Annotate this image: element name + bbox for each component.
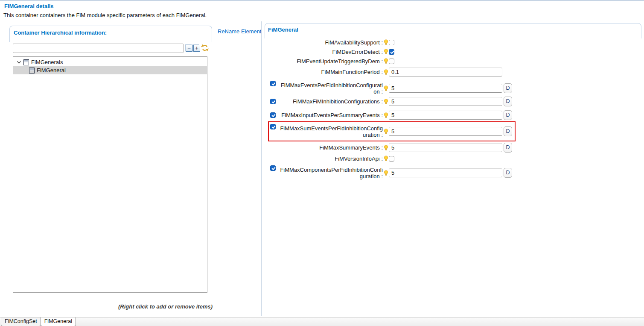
value-input[interactable] [389, 168, 502, 177]
param-row-fimavailabilitysupport: FiMAvailabilitySupport : [270, 38, 513, 46]
rename-element-link[interactable]: ReName Element [218, 28, 262, 35]
param-row-fimmaxinputeventspersummaryevents: FiMMaxInputEventsPerSummaryEvents : D [270, 110, 513, 120]
lightbulb-icon [383, 99, 388, 105]
bottom-tab-bar: FiMConfigSet FiMGeneral [0, 317, 644, 326]
value-input[interactable] [389, 111, 502, 120]
param-row-fimmaxsumeventsperfidinhibitionconfiguration-highlighted: FiMMaxSumEventsPerFidInhibitionConfigura… [270, 123, 513, 139]
enable-checkbox[interactable] [270, 112, 276, 118]
value-checkbox[interactable] [389, 59, 394, 64]
param-label: FiMAvailabilitySupport : [278, 39, 383, 46]
page-title: FiMGeneral details [4, 3, 54, 9]
value-input[interactable] [389, 143, 502, 152]
param-label: FiMMainFunctionPeriod : [278, 69, 383, 75]
tab-fimgeneral[interactable]: FiMGeneral [41, 317, 76, 326]
param-label: FiMMaxSumEventsPerFidInhibitionConfigura… [278, 125, 383, 138]
chevron-down-icon[interactable] [17, 61, 21, 64]
tab-fimconfigset[interactable]: FiMConfigSet [1, 317, 41, 326]
container-icon [29, 68, 35, 73]
tree-hint: (Right click to add or remove items) [118, 303, 213, 310]
refresh-icon-glyph [201, 44, 209, 52]
enable-checkbox[interactable] [270, 81, 276, 86]
fim-general-details-view: FiMGeneral details This container contai… [0, 0, 644, 326]
left-panel-title: Container Hierarchical information: [14, 29, 107, 36]
param-label: FiMMaxFiMInhibitionConfigurations : [278, 98, 383, 105]
param-label: FiMMaxSummaryEvents : [278, 144, 383, 151]
param-row-fimmaxeventsperfidinhibitionconfiguration: FiMMaxEventsPerFidInhibitionConfiguratio… [270, 80, 513, 96]
default-button[interactable]: D [504, 97, 512, 106]
lightbulb-icon [383, 39, 388, 45]
param-row-fimmainfunctionperiod: FiMMainFunctionPeriod : [270, 67, 513, 77]
right-panel-frame [265, 23, 641, 38]
page-description: This container containers the FiM module… [3, 12, 207, 18]
value-checkbox[interactable] [389, 156, 394, 162]
enable-checkbox[interactable] [270, 165, 276, 171]
param-row-fimdeverrordetect: FiMDevErrorDetect : [270, 48, 513, 56]
lightbulb-icon [383, 145, 388, 151]
right-panel-title: FiMGeneral [268, 26, 298, 33]
enable-checkbox[interactable] [270, 124, 276, 129]
value-input[interactable] [389, 97, 502, 106]
container-tree: FiMGenerals FiMGeneral [13, 56, 207, 293]
default-button[interactable]: D [504, 110, 512, 120]
param-label: FiMEventUpdateTriggeredByDem : [278, 58, 383, 65]
lightbulb-icon [383, 112, 388, 118]
enable-checkbox[interactable] [270, 99, 276, 104]
default-button[interactable]: D [504, 126, 512, 136]
param-label: FiMVersionInfoApi : [278, 156, 383, 162]
tree-item-fimgeneral[interactable]: FiMGeneral [13, 66, 207, 74]
lightbulb-icon [383, 49, 388, 55]
expand-all-icon[interactable]: + [193, 45, 200, 52]
param-row-fimversioninfoapi: FiMVersionInfoApi : [270, 155, 513, 162]
default-button[interactable]: D [504, 83, 512, 93]
value-checkbox[interactable] [389, 49, 394, 55]
lightbulb-icon [383, 170, 388, 176]
tree-search-input[interactable] [13, 44, 184, 53]
lightbulb-icon [383, 58, 388, 64]
panel-divider [261, 21, 262, 316]
param-row-fimmaxsummaryevents: FiMMaxSummaryEvents : D [270, 143, 513, 153]
param-label: FiMDevErrorDetect : [278, 49, 383, 55]
default-button[interactable]: D [504, 168, 512, 178]
lightbulb-icon [383, 156, 388, 162]
tree-item-fimgenerals[interactable]: FiMGenerals [13, 58, 207, 66]
param-label: FiMMaxInputEventsPerSummaryEvents : [278, 112, 383, 118]
param-label: FiMMaxComponentsPerFidInhibitionConfigur… [278, 167, 383, 179]
tab-strip: FiMConfigSet FiMGeneral [1, 317, 76, 326]
param-label: FiMMaxEventsPerFidInhibitionConfiguratio… [278, 82, 383, 95]
tree-item-label: FiMGeneral [37, 67, 66, 73]
value-input[interactable] [389, 127, 502, 136]
lightbulb-icon [383, 85, 388, 91]
default-button[interactable]: D [504, 143, 512, 153]
refresh-icon[interactable] [201, 44, 209, 52]
value-checkbox[interactable] [389, 40, 394, 45]
value-input[interactable] [389, 84, 502, 93]
container-icon [23, 59, 29, 65]
tree-item-label: FiMGenerals [31, 59, 63, 65]
param-row-fimmaxcomponentsperfidinhibitionconfiguration: FiMMaxComponentsPerFidInhibitionConfigur… [270, 165, 513, 181]
lightbulb-icon [383, 69, 388, 75]
param-row-fimmaxfiminhibitionconfigurations: FiMMaxFiMInhibitionConfigurations : D [270, 97, 513, 106]
lightbulb-icon [383, 129, 388, 135]
param-row-fimeventupdatetriggeredbydem: FiMEventUpdateTriggeredByDem : [270, 57, 513, 65]
parameter-list: FiMAvailabilitySupport : FiMDevErrorDete… [270, 38, 513, 181]
collapse-all-icon[interactable]: − [186, 45, 192, 52]
value-input[interactable] [389, 68, 502, 76]
